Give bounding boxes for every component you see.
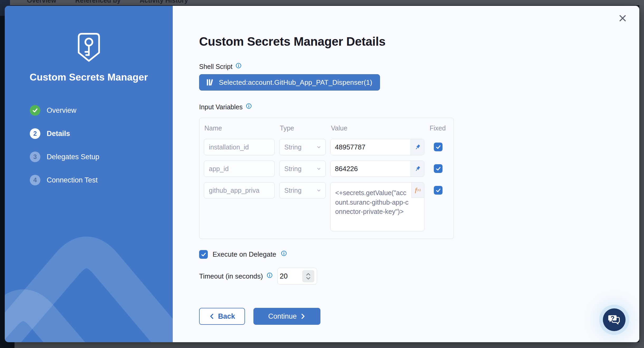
execute-on-delegate-checkbox[interactable] (199, 250, 208, 259)
info-icon[interactable] (281, 250, 287, 256)
selected-script-name: Selected:account.GitHub_App_PAT_Dispense… (219, 78, 372, 87)
wizard-sidebar: Custom Secrets Manager Overview 2 Detail… (5, 6, 173, 342)
tab-overview[interactable]: Overview (27, 0, 56, 4)
variable-value-group (330, 139, 424, 155)
check-icon (436, 166, 441, 171)
selected-type: String (284, 143, 301, 151)
expression-text: <+secrets.getValue("account.suranc-githu… (335, 189, 408, 215)
shield-key-icon (76, 32, 102, 66)
timeout-label: Timeout (in seconds) (199, 272, 263, 280)
step-label: Overview (47, 106, 76, 115)
background-tab-bar: Overview Referenced by Activity History (0, 0, 644, 4)
variable-value-expression[interactable]: <+secrets.getValue("account.suranc-githu… (330, 182, 424, 231)
custom-secrets-manager-dialog: Custom Secrets Manager Overview 2 Detail… (5, 6, 639, 342)
variable-type-select[interactable]: String (279, 182, 326, 199)
column-header-value: Value (331, 124, 425, 132)
check-icon (201, 252, 206, 257)
variable-name-input[interactable] (204, 139, 275, 155)
help-chat-button[interactable]: ? (603, 308, 626, 331)
continue-button[interactable]: Continue (253, 308, 320, 325)
step-label: Connection Test (47, 176, 98, 184)
tab-referenced-by[interactable]: Referenced by (75, 0, 121, 4)
pin-icon[interactable] (411, 161, 424, 177)
screen: Overview Referenced by Activity History (0, 0, 644, 348)
step-connection-test[interactable]: 4 Connection Test (30, 175, 99, 185)
shell-script-label: Shell Script (199, 63, 232, 70)
tab-activity-history[interactable]: Activity History (140, 0, 188, 4)
dialog-content: Custom Secrets Manager Details Shell Scr… (173, 6, 639, 342)
step-label: Delegates Setup (47, 153, 99, 161)
back-button[interactable]: Back (199, 308, 245, 325)
check-icon (32, 107, 38, 113)
chevron-left-icon (209, 313, 214, 319)
step-number: 2 (30, 128, 40, 139)
fixed-checkbox[interactable] (434, 186, 443, 195)
check-icon (436, 144, 441, 150)
column-header-name: Name (204, 124, 275, 132)
continue-button-label: Continue (268, 312, 297, 321)
page-title: Custom Secrets Manager Details (199, 6, 639, 49)
table-row: String (204, 161, 447, 177)
harness-logo-watermark (5, 210, 173, 342)
variable-type-select[interactable]: String (279, 139, 326, 155)
wizard-title: Custom Secrets Manager (5, 72, 173, 83)
selected-type: String (284, 165, 301, 173)
chevron-down-icon (316, 166, 322, 172)
variable-value-group (330, 161, 424, 177)
background-bottom-edge (15, 342, 644, 348)
pin-icon[interactable] (411, 139, 424, 155)
column-header-fixed: Fixed (430, 124, 446, 132)
back-button-label: Back (218, 312, 235, 321)
wizard-steps: Overview 2 Details 3 Delegates Setup 4 C… (30, 105, 99, 185)
number-stepper[interactable] (302, 270, 314, 282)
check-icon (436, 188, 441, 193)
variable-value-input[interactable] (331, 139, 411, 155)
step-delegates-setup[interactable]: 3 Delegates Setup (30, 152, 99, 162)
library-icon (206, 78, 214, 87)
step-overview[interactable]: Overview (30, 105, 99, 116)
secrets-manager-logo (5, 32, 173, 66)
question-mark: ? (611, 315, 614, 322)
chevron-down-icon[interactable] (306, 277, 311, 280)
variable-value-input[interactable] (331, 161, 411, 177)
info-icon[interactable] (236, 63, 242, 69)
table-row: String (204, 139, 447, 155)
step-label: Details (47, 130, 70, 138)
info-icon[interactable] (246, 103, 252, 109)
column-header-type: Type (280, 124, 326, 132)
input-variables-table: Name Type Value Fixed String (199, 118, 454, 239)
step-number: 4 (30, 175, 40, 185)
timeout-input[interactable] (279, 272, 298, 281)
input-variables-label: Input Variables (199, 103, 243, 111)
variable-name-input[interactable] (204, 182, 275, 199)
fixed-checkbox[interactable] (434, 164, 443, 173)
fx-icon[interactable]: f(x) (411, 182, 424, 198)
fixed-checkbox[interactable] (434, 143, 443, 151)
chevron-down-icon (316, 187, 322, 193)
background-right-edge (639, 5, 644, 348)
chevron-right-icon (300, 313, 306, 319)
info-icon[interactable] (267, 272, 273, 278)
table-header-row: Name Type Value Fixed (204, 124, 447, 132)
execute-on-delegate-label: Execute on Delegate (213, 250, 276, 258)
variable-name-input[interactable] (204, 161, 275, 177)
selected-type: String (284, 187, 301, 194)
chevron-down-icon (316, 144, 322, 150)
timeout-input-group (277, 268, 317, 285)
step-done-check (30, 105, 40, 116)
selected-shell-script-button[interactable]: Selected:account.GitHub_App_PAT_Dispense… (199, 74, 380, 91)
background-page-header: Overview Referenced by Activity History (0, 0, 644, 5)
step-number: 3 (30, 152, 40, 162)
chevron-up-icon[interactable] (306, 273, 311, 276)
table-row: String <+secrets.getValue("account.suran… (204, 182, 447, 231)
close-icon[interactable] (618, 14, 627, 23)
step-details[interactable]: 2 Details (30, 128, 99, 139)
variable-type-select[interactable]: String (279, 161, 326, 177)
